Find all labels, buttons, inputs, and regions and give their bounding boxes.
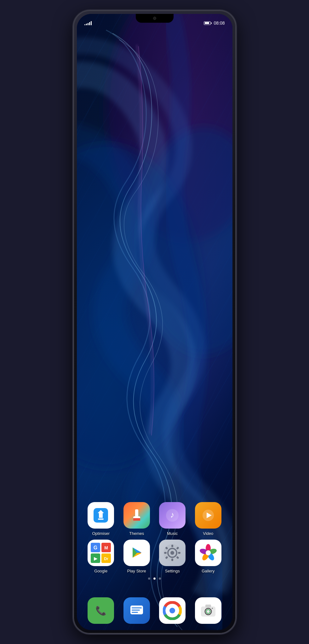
svg-rect-28 — [178, 552, 180, 554]
settings-label: Settings — [165, 569, 180, 573]
playstore-icon — [123, 540, 150, 566]
google-icon: G M ▶ Dr — [88, 540, 114, 566]
svg-rect-8 — [133, 518, 140, 521]
phone-device: 08:08 Optimiser — [73, 10, 237, 634]
notch — [136, 14, 174, 23]
svg-rect-42 — [132, 610, 140, 611]
battery-body — [204, 21, 211, 25]
svg-text:▶: ▶ — [94, 556, 98, 561]
svg-text:M: M — [104, 545, 108, 550]
optimiser-icon — [88, 502, 114, 529]
app-optimiser[interactable]: Optimiser — [85, 502, 117, 536]
svg-rect-27 — [164, 552, 167, 554]
signal-bar-2 — [86, 24, 87, 25]
google-label: Google — [94, 569, 107, 573]
dock-camera[interactable] — [195, 597, 221, 624]
gallery-label: Gallery — [202, 569, 215, 573]
svg-point-38 — [206, 550, 211, 555]
playstore-label: Play Store — [127, 569, 146, 573]
app-gallery[interactable]: Gallery — [192, 540, 224, 573]
signal-bar-3 — [88, 23, 89, 25]
phone-screen: 08:08 Optimiser — [77, 14, 232, 630]
svg-point-52 — [212, 608, 213, 609]
settings-icon — [159, 540, 186, 566]
app-video[interactable]: Video — [192, 502, 224, 536]
optimiser-label: Optimiser — [92, 531, 110, 536]
svg-point-47 — [169, 608, 175, 613]
svg-rect-26 — [171, 559, 173, 561]
app-grid: Optimiser — [77, 502, 232, 573]
svg-text:📞: 📞 — [95, 606, 106, 616]
chrome-icon — [159, 597, 186, 624]
signal-bar-5 — [91, 21, 92, 25]
page-dot-1[interactable] — [148, 577, 150, 580]
camera-icon — [195, 597, 221, 624]
dock-phone[interactable]: 📞 — [88, 597, 114, 624]
svg-point-24 — [170, 551, 174, 555]
battery-fill — [205, 22, 209, 24]
status-right: 08:08 — [204, 20, 225, 26]
video-icon — [195, 502, 221, 529]
signal-bar-1 — [84, 24, 85, 25]
volume-up-button[interactable] — [236, 143, 237, 162]
video-label: Video — [203, 531, 213, 536]
app-playstore[interactable]: Play Store — [121, 540, 152, 573]
svg-text:♪: ♪ — [170, 510, 175, 519]
dock-chrome[interactable] — [159, 597, 186, 624]
app-themes[interactable]: Themes — [121, 502, 152, 536]
svg-rect-41 — [132, 607, 142, 608]
front-camera — [153, 17, 156, 20]
page-dot-3[interactable] — [159, 577, 161, 580]
page-dot-2[interactable] — [153, 577, 156, 580]
app-settings[interactable]: Settings — [157, 540, 188, 573]
svg-rect-49 — [205, 605, 211, 608]
volume-down-button[interactable] — [236, 168, 237, 197]
battery-icon — [204, 21, 212, 25]
music-icon: ♪ — [159, 502, 186, 529]
battery-tip — [211, 22, 212, 24]
app-row-2: G M ▶ Dr Google — [83, 540, 226, 573]
time-display: 08:08 — [214, 20, 225, 26]
themes-icon — [123, 502, 150, 529]
dock-messages[interactable] — [123, 597, 150, 624]
svg-text:Dr: Dr — [104, 557, 109, 561]
signal-bars — [84, 21, 92, 25]
app-dock: 📞 — [77, 597, 232, 624]
messages-icon — [123, 597, 150, 624]
svg-rect-4 — [98, 518, 104, 520]
app-music[interactable]: ♪ Music — [157, 502, 188, 536]
svg-text:G: G — [94, 545, 97, 550]
signal-indicator — [84, 21, 92, 25]
app-row-1: Optimiser — [83, 502, 226, 536]
svg-rect-25 — [171, 545, 173, 547]
gallery-icon — [195, 540, 221, 566]
page-dots — [77, 577, 232, 580]
themes-label: Themes — [129, 531, 144, 536]
phone-icon: 📞 — [88, 597, 114, 624]
app-google[interactable]: G M ▶ Dr Google — [85, 540, 117, 573]
signal-bar-4 — [89, 22, 90, 25]
music-label: Music — [167, 531, 178, 536]
svg-rect-43 — [132, 612, 138, 613]
